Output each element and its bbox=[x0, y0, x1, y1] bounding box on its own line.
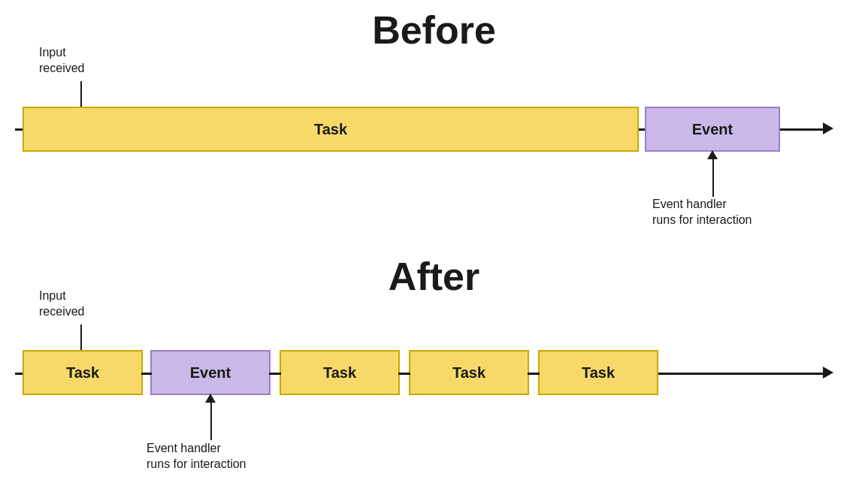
before-input-received-label: Input received bbox=[39, 45, 84, 77]
after-event-arrow-head bbox=[205, 394, 216, 403]
after-timeline-arrow bbox=[823, 367, 833, 379]
after-connector-3 bbox=[398, 373, 410, 375]
before-event-arrow-line bbox=[712, 159, 714, 197]
after-event-handler-label: Event handler runs for interaction bbox=[147, 441, 246, 472]
before-task-box: Task bbox=[23, 107, 639, 152]
after-task-box-1: Task bbox=[23, 350, 143, 395]
after-task-box-4: Task bbox=[538, 350, 658, 395]
diagram-container: Before Input received Task Event Event h… bbox=[0, 0, 868, 486]
before-event-arrow-head bbox=[707, 150, 718, 159]
before-event-handler-label: Event handler runs for interaction bbox=[652, 197, 752, 228]
after-event-box: Event bbox=[150, 350, 271, 395]
after-connector-2 bbox=[269, 373, 281, 375]
before-title: Before bbox=[0, 8, 868, 53]
after-task-box-2: Task bbox=[280, 350, 400, 395]
after-connector-4 bbox=[528, 373, 540, 375]
after-event-arrow-line bbox=[210, 403, 212, 440]
after-title: After bbox=[0, 254, 868, 299]
after-connector-1 bbox=[141, 373, 152, 375]
after-task-box-3: Task bbox=[409, 350, 529, 395]
after-input-received-label: Input received bbox=[39, 288, 84, 320]
before-timeline-arrow bbox=[823, 122, 833, 134]
before-event-box: Event bbox=[645, 107, 780, 152]
